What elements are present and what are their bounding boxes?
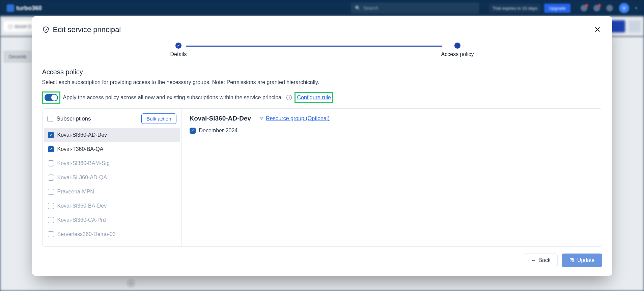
selected-subscription-title: Kovai-Sl360-AD-Dev <box>190 115 251 122</box>
subscription-label: Kovai-T360-BA-QA <box>57 146 104 152</box>
check-icon: ✓ <box>49 133 53 137</box>
info-icon[interactable]: i <box>286 95 292 100</box>
subscription-checkbox[interactable] <box>48 203 54 209</box>
resource-group-link-text: Resource group (Optional) <box>266 115 330 122</box>
subscription-checkbox[interactable] <box>48 189 54 195</box>
step-label-1: Details <box>170 51 187 57</box>
step-connector <box>186 46 442 47</box>
check-icon: ✓ <box>191 129 194 133</box>
configure-rule-link[interactable]: Configure rule <box>297 95 331 101</box>
subscription-label: Serverless360-Demo-03 <box>57 231 116 237</box>
subscription-label: Kovai-SL360-AD-QA <box>57 175 107 181</box>
close-button[interactable]: ✕ <box>593 24 602 35</box>
resource-groups-header: Kovai-Sl360-AD-Dev Resource group (Optio… <box>190 115 594 122</box>
subscription-item[interactable]: ✓Kovai-T360-BA-QA <box>44 142 180 156</box>
back-button-label: Back <box>538 257 551 263</box>
modal-title-wrap: Edit service principal <box>42 25 121 34</box>
subscription-checkbox[interactable] <box>48 160 54 166</box>
subscription-item[interactable]: Kovai-Sl360-BA-Dev <box>44 199 180 213</box>
section-description: Select each subscription for providing a… <box>42 79 602 85</box>
edit-service-principal-modal: Edit service principal ✕ ✓ Details Acces… <box>32 16 612 276</box>
subscription-label: Praveena-MPN <box>57 189 94 195</box>
subscription-item[interactable]: Kovai-SL360-AD-QA <box>44 170 180 185</box>
modal-title: Edit service principal <box>53 25 121 34</box>
check-icon: ✓ <box>49 147 53 151</box>
subscription-checkbox[interactable] <box>48 217 54 223</box>
subscription-item[interactable]: Kovai-Sl360-BAM-Stg <box>44 156 180 170</box>
apply-policy-text: Apply the access policy across all new a… <box>63 95 283 101</box>
policy-panes: Subscriptions Bulk action ✓Kovai-Sl360-A… <box>42 108 602 247</box>
subscription-checkbox[interactable]: ✓ <box>48 132 54 138</box>
subscriptions-header-left: Subscriptions <box>47 115 91 122</box>
subscriptions-list[interactable]: ✓Kovai-Sl360-AD-Dev✓Kovai-T360-BA-QAKova… <box>43 128 181 246</box>
subscription-item[interactable]: ✓Kovai-Sl360-AD-Dev <box>44 128 180 142</box>
toggle-highlight <box>42 91 60 104</box>
filter-icon <box>259 116 264 121</box>
resource-groups-pane: Kovai-Sl360-AD-Dev Resource group (Optio… <box>181 109 602 246</box>
subscriptions-pane: Subscriptions Bulk action ✓Kovai-Sl360-A… <box>43 109 181 246</box>
step-label-2: Access policy <box>441 51 474 57</box>
back-button[interactable]: ← Back <box>524 254 558 267</box>
resource-group-label: December-2024 <box>199 128 238 134</box>
arrow-left-icon: ← <box>531 257 536 263</box>
subscription-label: Kovai-Sl360-AD-Dev <box>57 132 107 138</box>
subscription-label: Kovai-Sl360-CA-Prd <box>57 217 106 223</box>
subscription-checkbox[interactable] <box>48 175 54 181</box>
update-button[interactable]: Update <box>562 254 602 267</box>
resource-group-checkbox[interactable]: ✓ <box>190 128 196 134</box>
save-icon <box>569 258 575 263</box>
step-details[interactable]: ✓ Details <box>170 43 187 57</box>
step-circle-1: ✓ <box>175 43 181 49</box>
step-circle-2 <box>454 43 460 49</box>
subscription-item[interactable]: Praveena-MPN <box>44 185 180 199</box>
subscriptions-label: Subscriptions <box>57 115 91 122</box>
close-icon: ✕ <box>594 25 601 34</box>
check-icon: ✓ <box>177 44 180 48</box>
svg-rect-0 <box>570 259 574 262</box>
apply-policy-toggle[interactable] <box>45 94 58 101</box>
update-button-label: Update <box>577 257 595 263</box>
modal-footer: ← Back Update <box>42 254 602 267</box>
subscription-item[interactable]: Kovai-Sl360-CA-Prd <box>44 213 180 227</box>
subscription-item[interactable]: Serverless360-Demo-03 <box>44 227 180 241</box>
resource-group-link[interactable]: Resource group (Optional) <box>259 115 330 122</box>
step-access-policy[interactable]: Access policy <box>441 43 474 57</box>
modal-overlay: Edit service principal ✕ ✓ Details Acces… <box>0 0 644 291</box>
subscriptions-header: Subscriptions Bulk action <box>43 109 181 128</box>
configure-highlight: Configure rule <box>295 92 333 103</box>
apply-policy-row: Apply the access policy across all new a… <box>42 91 602 104</box>
stepper: ✓ Details Access policy <box>170 43 474 57</box>
select-all-checkbox[interactable] <box>47 116 53 122</box>
resource-groups-list: ✓December-2024 <box>190 128 594 134</box>
resource-group-item[interactable]: ✓December-2024 <box>190 128 594 134</box>
service-principal-icon <box>42 26 50 33</box>
section-title: Access policy <box>42 68 602 76</box>
subscription-label: Kovai-Sl360-BA-Dev <box>57 203 107 209</box>
subscription-label: Kovai-Sl360-BAM-Stg <box>57 160 110 166</box>
modal-header: Edit service principal ✕ <box>42 24 602 35</box>
subscription-checkbox[interactable]: ✓ <box>48 146 54 152</box>
bulk-action-button[interactable]: Bulk action <box>141 113 176 124</box>
subscription-checkbox[interactable] <box>48 231 54 237</box>
